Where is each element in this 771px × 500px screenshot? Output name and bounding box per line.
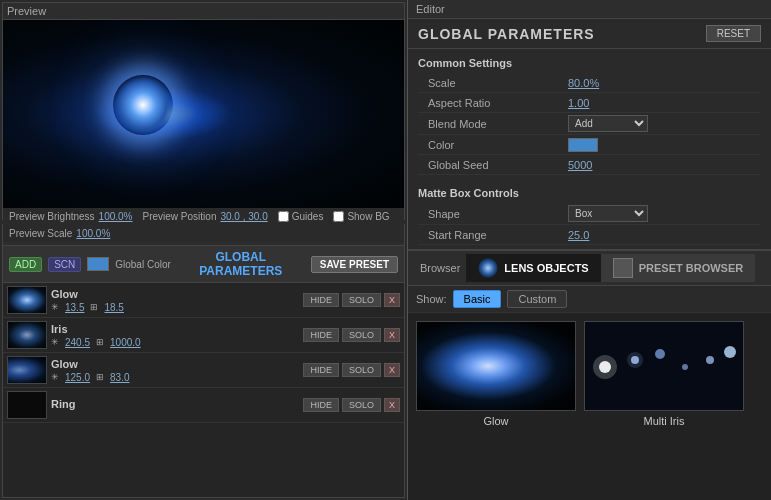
global-params-header: GLOBAL PARAMETERS RESET <box>408 19 771 49</box>
browser-item[interactable]: Multi Iris <box>584 321 744 427</box>
preview-position-item: Preview Position 30.0 , 30.0 <box>143 211 268 222</box>
stack-item-params: ✳ 13.5 ⊞ 18.5 <box>51 302 299 313</box>
stack-item-name: Ring <box>51 398 299 410</box>
svg-point-5 <box>682 364 688 370</box>
aspect-ratio-row: Aspect Ratio 1.00 <box>418 93 761 113</box>
blend-mode-row: Blend Mode Add Screen Normal <box>418 113 761 135</box>
preview-scale-value[interactable]: 100.0% <box>76 228 110 239</box>
stack-item-name: Glow <box>51 288 299 300</box>
stack-item-info: Ring <box>51 398 299 412</box>
preset-browser-icon <box>613 258 633 278</box>
param1-value[interactable]: 125.0 <box>65 372 90 383</box>
tab-preset-browser-label: PRESET BROWSER <box>639 262 744 274</box>
preview-brightness-value[interactable]: 100.0% <box>99 211 133 222</box>
global-params-heading: GLOBAL PARAMETERS <box>418 26 595 42</box>
left-panel: Preview Preview Brightness 100.0% Previe… <box>0 0 408 500</box>
preview-info-bar: Preview Brightness 100.0% Preview Positi… <box>3 208 404 225</box>
preview-scale-bar: Preview Scale 100.0% <box>3 225 404 242</box>
list-item: Iris ✳ 240.5 ⊞ 1000.0 HIDE SOLO X <box>3 318 404 353</box>
start-range-value[interactable]: 25.0 <box>568 229 589 241</box>
blend-mode-dropdown[interactable]: Add Screen Normal <box>568 115 648 132</box>
hide-button[interactable]: HIDE <box>303 363 339 377</box>
solo-button[interactable]: SOLO <box>342 293 381 307</box>
param2-icon: ⊞ <box>90 302 98 312</box>
delete-button[interactable]: X <box>384 328 400 342</box>
param1-value[interactable]: 240.5 <box>65 337 90 348</box>
editor-section: Editor GLOBAL PARAMETERS RESET Common Se… <box>408 0 771 250</box>
show-bg-item: Show BG <box>333 211 389 222</box>
add-button[interactable]: ADD <box>9 257 42 272</box>
preview-title: Preview <box>3 3 404 20</box>
color-swatch[interactable] <box>568 138 598 152</box>
guides-checkbox[interactable] <box>278 211 289 222</box>
svg-point-3 <box>627 352 643 368</box>
stack-list: Glow ✳ 13.5 ⊞ 18.5 HIDE SOLO X <box>3 283 404 497</box>
start-range-row: Start Range 25.0 <box>418 225 761 245</box>
lens-objects-icon <box>478 258 498 278</box>
global-color-label: Global Color <box>115 259 171 270</box>
common-settings-heading: Common Settings <box>418 57 761 69</box>
stack-item-controls: HIDE SOLO X <box>303 328 400 342</box>
start-range-label: Start Range <box>428 229 518 241</box>
tab-preset-browser[interactable]: PRESET BROWSER <box>601 254 756 282</box>
stack-item-controls: HIDE SOLO X <box>303 398 400 412</box>
browser-item-label: Glow <box>483 415 508 427</box>
guides-item: Guides <box>278 211 324 222</box>
delete-button[interactable]: X <box>384 398 400 412</box>
stack-item-params: ✳ 240.5 ⊞ 1000.0 <box>51 337 299 348</box>
global-color-swatch[interactable] <box>87 257 109 271</box>
stack-item-info: Iris ✳ 240.5 ⊞ 1000.0 <box>51 323 299 348</box>
param2-value[interactable]: 18.5 <box>104 302 123 313</box>
stack-thumbnail <box>7 391 47 419</box>
browser-thumb-multi <box>584 321 744 411</box>
stack-thumbnail <box>7 321 47 349</box>
param2-value[interactable]: 83.0 <box>110 372 129 383</box>
browser-item[interactable]: Glow <box>416 321 576 427</box>
list-item: Ring HIDE SOLO X <box>3 388 404 423</box>
param1-value[interactable]: 13.5 <box>65 302 84 313</box>
param2-value[interactable]: 1000.0 <box>110 337 141 348</box>
delete-button[interactable]: X <box>384 293 400 307</box>
preview-position-value[interactable]: 30.0 , 30.0 <box>220 211 267 222</box>
filter-basic-button[interactable]: Basic <box>453 290 502 308</box>
matte-box-settings: Matte Box Controls Shape Box Circle Star… <box>408 179 771 249</box>
aspect-ratio-label: Aspect Ratio <box>428 97 518 109</box>
scale-label: Scale <box>428 77 518 89</box>
stack-section: Stack ▶ ADD SCN Global Color GLOBAL PARA… <box>2 224 405 498</box>
global-params-bar: ADD SCN Global Color GLOBAL PARAMETERS S… <box>3 246 404 283</box>
solo-button[interactable]: SOLO <box>342 328 381 342</box>
global-params-title: GLOBAL PARAMETERS <box>177 250 305 278</box>
scale-value[interactable]: 80.0% <box>568 77 599 89</box>
filter-custom-button[interactable]: Custom <box>507 290 567 308</box>
solo-button[interactable]: SOLO <box>342 398 381 412</box>
shape-row: Shape Box Circle <box>418 203 761 225</box>
reset-button[interactable]: RESET <box>706 25 761 42</box>
scn-button[interactable]: SCN <box>48 257 81 272</box>
stack-item-controls: HIDE SOLO X <box>303 293 400 307</box>
save-preset-button[interactable]: SAVE PRESET <box>311 256 398 273</box>
shape-dropdown[interactable]: Box Circle <box>568 205 648 222</box>
hide-button[interactable]: HIDE <box>303 328 339 342</box>
global-seed-label: Global Seed <box>428 159 518 171</box>
preview-section: Preview Preview Brightness 100.0% Previe… <box>2 2 405 220</box>
show-bg-label: Show BG <box>347 211 389 222</box>
shape-label: Shape <box>428 208 518 220</box>
browser-thumb-glow <box>416 321 576 411</box>
aspect-ratio-value[interactable]: 1.00 <box>568 97 589 109</box>
global-seed-value[interactable]: 5000 <box>568 159 592 171</box>
browser-item-label: Multi Iris <box>644 415 685 427</box>
show-bg-checkbox[interactable] <box>333 211 344 222</box>
browser-title-label: Browser <box>414 260 466 276</box>
param1-icon: ✳ <box>51 372 59 382</box>
preview-brightness-label: Preview Brightness <box>9 211 95 222</box>
stack-item-params: ✳ 125.0 ⊞ 83.0 <box>51 372 299 383</box>
color-row: Color <box>418 135 761 155</box>
guides-label: Guides <box>292 211 324 222</box>
stack-thumbnail <box>7 286 47 314</box>
delete-button[interactable]: X <box>384 363 400 377</box>
hide-button[interactable]: HIDE <box>303 293 339 307</box>
tab-lens-objects[interactable]: LENS OBJECTS <box>466 254 600 282</box>
solo-button[interactable]: SOLO <box>342 363 381 377</box>
hide-button[interactable]: HIDE <box>303 398 339 412</box>
stack-item-name: Glow <box>51 358 299 370</box>
